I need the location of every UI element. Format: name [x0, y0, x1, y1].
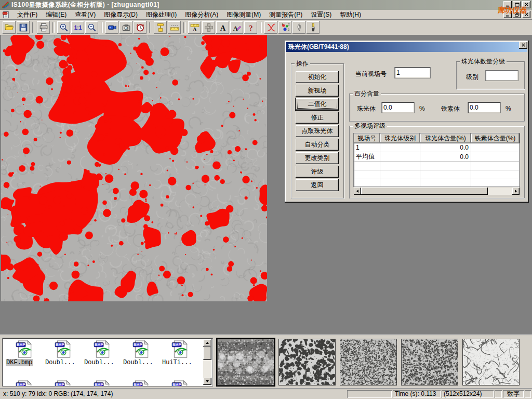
- open-file-icon[interactable]: [3, 21, 16, 34]
- hscroll-thumb[interactable]: [361, 188, 488, 195]
- menu-item-3[interactable]: 图像显示(D): [100, 9, 142, 20]
- dialog-title-bar[interactable]: 珠光体(GB/T9441-88): [286, 42, 527, 52]
- scroll-left-button[interactable]: [354, 188, 361, 195]
- classify-particles-icon[interactable]: 123: [278, 21, 291, 34]
- image-merge-icon[interactable]: [202, 21, 215, 34]
- bmp-file-icon: BMP: [162, 340, 199, 358]
- metallograph-image[interactable]: [1, 35, 267, 301]
- svg-text:2: 2: [288, 23, 289, 26]
- table-row[interactable]: 平均值0.0: [354, 152, 520, 162]
- grading-level-input[interactable]: [486, 71, 518, 81]
- menu-item-4[interactable]: 图像处理(I): [142, 9, 181, 20]
- menu-item-9[interactable]: 帮助(H): [336, 9, 365, 20]
- op-button-8[interactable]: 返回: [296, 179, 339, 191]
- menu-item-6[interactable]: 图像测量(M): [222, 9, 265, 20]
- op-button-5[interactable]: 自动分类: [296, 139, 339, 151]
- table-column-header[interactable]: 视场号: [354, 134, 380, 143]
- dialog-close-button[interactable]: [519, 42, 527, 49]
- zoom-out-icon[interactable]: [85, 21, 98, 34]
- svg-text:A: A: [193, 26, 197, 32]
- file-item[interactable]: BMPDoubl...: [123, 340, 160, 366]
- menu-item-1[interactable]: 编辑(E): [42, 9, 71, 20]
- annotate-icon[interactable]: A: [230, 21, 243, 34]
- file-item[interactable]: BMPDKF.bmp: [6, 340, 43, 366]
- actual-size-icon[interactable]: 1:1: [71, 21, 84, 34]
- op-button-4[interactable]: 点取珠光体: [296, 125, 339, 137]
- svg-text:BMP: BMP: [172, 382, 181, 386]
- vscroll-thumb[interactable]: [203, 347, 211, 360]
- file-name: Doubl...: [84, 359, 115, 366]
- menu-item-0[interactable]: 文件(F): [13, 9, 42, 20]
- file-item[interactable]: BMP: [123, 380, 160, 386]
- menu-item-5[interactable]: 图像分析(A): [181, 9, 222, 20]
- dialog-title: 珠光体(GB/T9441-88): [288, 43, 349, 51]
- file-item[interactable]: BMP: [6, 380, 43, 386]
- scroll-right-button[interactable]: [512, 188, 520, 195]
- table-column-header[interactable]: 珠光体含量(%): [420, 134, 471, 143]
- menu-item-7[interactable]: 测量报告(P): [265, 9, 307, 20]
- file-item[interactable]: BMP: [45, 380, 82, 386]
- capture-camera-icon[interactable]: [119, 21, 132, 34]
- file-name: Doubl...: [123, 359, 154, 366]
- table-column-header[interactable]: 珠光体级别: [380, 134, 420, 143]
- table-cell: [471, 170, 519, 179]
- image-thumbnail-5[interactable]: [462, 339, 520, 385]
- table-cell: [471, 179, 519, 187]
- svg-text:3: 3: [287, 28, 289, 31]
- brush-icon[interactable]: [307, 21, 320, 34]
- scroll-up-button[interactable]: [203, 339, 211, 347]
- op-button-0[interactable]: 初始化: [296, 71, 339, 83]
- save-icon[interactable]: [17, 21, 30, 34]
- table-row[interactable]: 10.0: [354, 143, 520, 152]
- file-item[interactable]: BMPDoubl...: [45, 340, 82, 366]
- op-button-3[interactable]: 修正: [296, 112, 339, 124]
- video-camera-icon[interactable]: [105, 21, 118, 34]
- ruler-icon[interactable]: [168, 21, 181, 34]
- table-cell: [471, 162, 519, 170]
- text-icon[interactable]: A: [216, 21, 229, 34]
- image-thumbnail-1[interactable]: [217, 339, 274, 385]
- menu-item-8[interactable]: 设置(S): [307, 9, 336, 20]
- workspace: 珠光体(GB/T9441-88) 操作 初始化新视场二值化修正点取珠光体自动分类…: [0, 35, 532, 335]
- help-icon[interactable]: ?: [244, 21, 257, 34]
- file-item[interactable]: BMPDoubl...: [84, 340, 121, 366]
- caliper-icon[interactable]: [154, 21, 167, 34]
- document-icon[interactable]: [2, 11, 10, 19]
- menu-item-2[interactable]: 查看(V): [71, 9, 100, 20]
- svg-text:BMP: BMP: [56, 342, 64, 347]
- op-button-6[interactable]: 更改类别: [296, 152, 339, 164]
- pearlite-percent-input[interactable]: [382, 102, 414, 113]
- menu-bar: 文件(F)编辑(E)查看(V)图像显示(D)图像处理(I)图像分析(A)图像测量…: [0, 10, 532, 20]
- curve-tool-icon[interactable]: [264, 21, 277, 34]
- scroll-down-button[interactable]: [203, 378, 211, 385]
- grading-group: 珠光体数量分级 级别: [456, 61, 525, 89]
- table-column-header[interactable]: 铁素体含量(%): [471, 134, 519, 143]
- image-thumbnail-2[interactable]: [278, 339, 336, 385]
- op-button-7[interactable]: 评级: [296, 166, 339, 178]
- op-button-1[interactable]: 新视场: [296, 85, 339, 97]
- file-item[interactable]: BMP: [84, 380, 121, 386]
- image-thumbnail-3[interactable]: [340, 339, 397, 385]
- op-button-2[interactable]: 二值化: [296, 98, 339, 110]
- file-item[interactable]: BMPHuiTi...: [162, 340, 199, 366]
- toolbar-separator: [52, 22, 55, 33]
- pen-tool-icon[interactable]: [292, 21, 305, 34]
- current-field-input[interactable]: [395, 68, 430, 78]
- file-list-vscrollbar[interactable]: [203, 339, 211, 385]
- toolbar: 1:1AAA?123: [0, 20, 532, 35]
- table-hscrollbar[interactable]: [354, 188, 520, 195]
- rating-table: 视场号珠光体级别珠光体含量(%)铁素体含量(%)10.0平均值0.0: [354, 134, 520, 187]
- hscroll-track[interactable]: [488, 188, 512, 195]
- zoom-in-icon[interactable]: [57, 21, 70, 34]
- svg-text:BMP: BMP: [95, 342, 103, 347]
- print-icon[interactable]: [37, 21, 50, 34]
- measure-label-icon[interactable]: A: [188, 21, 201, 34]
- title-bar: IS100显微摄像系统(金相分析版) - [zhuguangti01]: [0, 0, 532, 10]
- clock-icon[interactable]: [134, 21, 147, 34]
- table-cell: 平均值: [354, 152, 380, 162]
- status-bar: x: 510 y: 79 idx: 0 RGB: (174, 174, 174)…: [0, 388, 532, 399]
- image-thumbnail-4[interactable]: [401, 339, 458, 385]
- file-item[interactable]: BMP: [162, 380, 199, 386]
- ferrite-percent-input[interactable]: [468, 102, 500, 113]
- status-time: Time (s): 0.113: [393, 390, 441, 398]
